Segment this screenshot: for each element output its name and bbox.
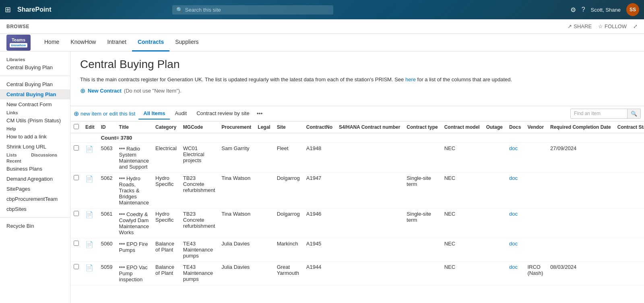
sidebar-item-central-buying-plan[interactable]: Central Buying Plan [0,79,70,89]
row-checkbox-cell [70,261,82,285]
row-required-completion-date: 27/09/2024 [547,142,614,172]
col-header-id[interactable]: ID [98,122,116,133]
sidebar-item-cbp-procurement-team[interactable]: cbpProcurementTeam [0,194,70,204]
row-checkbox-cell [70,172,82,208]
sidebar-item-central-buying-plan-active[interactable]: Central Buying Plan [0,89,70,99]
here-link[interactable]: here [405,76,416,82]
row-docs: doc [506,261,524,285]
focus-button[interactable]: ⤢ [633,23,638,29]
site-nav: Teams knowhow Home KnowHow Intranet Cont… [0,34,644,52]
row-docs: doc [506,142,524,172]
row-ellipsis[interactable]: ••• [119,241,125,247]
sidebar-item-cbp-sites[interactable]: cbpSites [0,204,70,214]
row-checkbox[interactable] [74,145,79,150]
nav-knowhow[interactable]: KnowHow [65,34,101,52]
col-header-docs[interactable]: Docs [506,122,524,133]
browse-label: BROWSE [6,24,29,29]
nav-contracts[interactable]: Contracts [132,34,169,52]
row-site: Dolgarrog [274,208,303,238]
edit-doc-icon[interactable]: 📄 [85,146,93,153]
col-header-contract-model[interactable]: Contract model [441,122,483,133]
help-icon[interactable]: ? [582,6,585,13]
col-header-mgcode[interactable]: MGCode [180,122,218,133]
col-header-contract-type[interactable]: Contract type [403,122,441,133]
table-row: 📄 5059 ••• EPO Vac Pump inspection Balan… [70,261,644,285]
sidebar-item-business-plans[interactable]: Business Plans [0,164,70,174]
col-header-procurement[interactable]: Procurement [218,122,254,133]
settings-icon[interactable]: ⚙ [570,6,576,14]
row-icon-cell: 📄 [82,208,98,238]
new-contract-link[interactable]: ⊕ New Contract (Do not use "New Item"). [80,87,634,95]
row-ellipsis[interactable]: ••• [119,264,125,270]
row-checkbox[interactable] [74,241,79,246]
col-header-title[interactable]: Title [116,122,152,133]
row-category: Balance of Plant [152,238,180,261]
user-name: Scott, Shane [591,7,621,13]
waffle-icon[interactable]: ⊞ [5,5,11,14]
tab-all-items[interactable]: All Items [138,108,170,120]
find-item-box[interactable]: 🔍 [570,109,641,119]
table-row: 📄 5061 ••• Coedty & Cowlyd Dam Maintenan… [70,208,644,238]
col-header-category[interactable]: Category [152,122,180,133]
doc-link[interactable]: doc [509,175,518,181]
contracts-table: Edit ID Title Category MGCode Procuremen… [70,122,644,285]
row-docs: doc [506,238,524,261]
row-checkbox[interactable] [74,175,79,180]
find-item-search-button[interactable]: 🔍 [627,109,640,118]
row-contract-type: Single-site term [403,172,441,208]
find-item-input[interactable] [571,109,627,118]
col-header-contractno[interactable]: ContractNo [303,122,336,133]
sidebar-item-how-to-add-link[interactable]: How to add a link [0,132,70,142]
tabs-ellipsis[interactable]: ••• [254,109,265,118]
row-checkbox[interactable] [74,211,79,216]
sidebar-item-sitepages[interactable]: SitePages [0,184,70,194]
table-container: Edit ID Title Category MGCode Procuremen… [70,122,644,285]
row-s4hana [336,261,403,285]
list-bar: ⊕ new item or edit this list All Items A… [70,106,644,122]
sidebar-item-recycle-bin[interactable]: Recycle Bin [0,221,70,231]
col-header-outage[interactable]: Outage [483,122,506,133]
sidebar-recent-label: Recent [0,155,28,165]
col-header-select [70,122,82,133]
content-inner: Central Buying Plan This is the main con… [70,52,644,106]
row-ellipsis[interactable]: ••• [119,175,125,181]
edit-doc-icon[interactable]: 📄 [85,241,93,248]
col-header-s4hana[interactable]: S4/HANA Contract number [336,122,403,133]
follow-button[interactable]: ☆ FOLLOW [598,23,627,29]
search-box[interactable]: 🔍 [172,5,333,14]
edit-doc-icon[interactable]: 📄 [85,264,93,271]
doc-link[interactable]: doc [509,211,518,217]
sidebar-item-central-buying-plan-lib[interactable]: Central Buying Plan [0,62,70,72]
share-button[interactable]: ↗ SHARE [568,23,592,29]
select-all-checkbox[interactable] [74,124,79,129]
edit-doc-icon[interactable]: 📄 [85,211,93,218]
doc-link[interactable]: doc [509,241,518,247]
row-ellipsis[interactable]: ••• [119,211,125,217]
col-header-site[interactable]: Site [274,122,303,133]
sidebar: Libraries Central Buying Plan Central Bu… [0,52,70,303]
tab-audit[interactable]: Audit [170,108,192,120]
col-header-contract-start[interactable]: Contract Start [614,122,644,133]
doc-link[interactable]: doc [509,264,518,270]
logo-container: Teams knowhow [6,35,31,51]
user-avatar[interactable]: SS [626,3,639,16]
top-right-actions: ⚙ ? Scott, Shane SS [570,3,639,16]
row-id: 5060 [98,238,116,261]
nav-intranet[interactable]: Intranet [101,34,132,52]
browse-actions: ↗ SHARE ☆ FOLLOW ⤢ [568,23,638,29]
row-procurement: Tina Watson [218,208,254,238]
new-item-button[interactable]: ⊕ new item or edit this list [70,108,138,119]
search-input[interactable] [185,7,329,13]
col-header-required-completion-date[interactable]: Required Completion Date [547,122,614,133]
row-checkbox[interactable] [74,264,79,269]
edit-doc-icon[interactable]: 📄 [85,175,93,182]
nav-suppliers[interactable]: Suppliers [169,34,204,52]
col-header-legal[interactable]: Legal [254,122,273,133]
col-header-vendor[interactable]: Vendor [524,122,547,133]
doc-link[interactable]: doc [509,145,518,151]
row-checkbox-cell [70,208,82,238]
row-ellipsis[interactable]: ••• [119,145,125,152]
sidebar-item-demand-agregation[interactable]: Demand Agregation [0,174,70,184]
nav-home[interactable]: Home [39,34,65,52]
tab-contract-review-by-site[interactable]: Contract review by site [192,108,254,120]
